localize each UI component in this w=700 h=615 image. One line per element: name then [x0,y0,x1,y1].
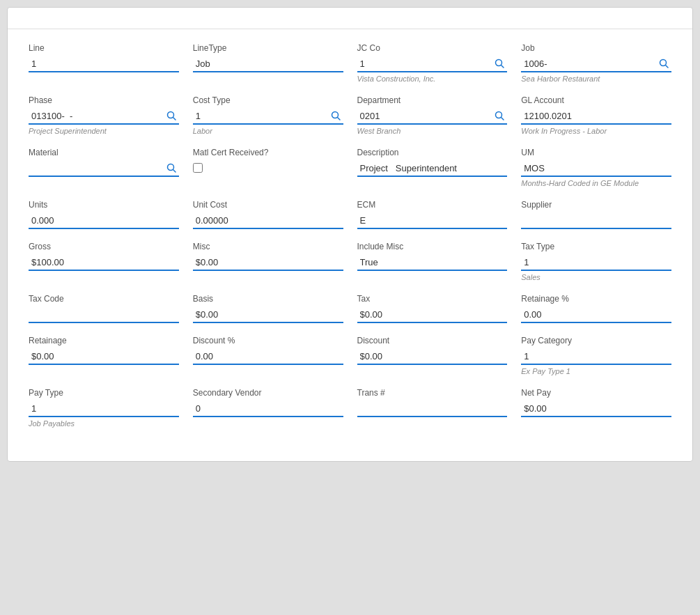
input-net-pay[interactable] [521,400,671,416]
svg-line-7 [337,118,340,120]
hint-tax-type: Sales [521,273,671,281]
label-description: Description [357,148,508,157]
field-department: Department West Branch [357,95,508,135]
field-matl-cert: Matl Cert Received? [193,148,343,173]
input-trans-num[interactable] [357,400,508,416]
field-line: Line [29,43,179,72]
input-tax[interactable] [357,306,508,322]
input-include-misc[interactable] [357,254,508,270]
input-retainage[interactable] [29,348,179,364]
label-um: UM [521,148,671,157]
label-gross: Gross [29,242,179,251]
label-units: Units [29,200,179,210]
input-wrapper-line-type [193,56,343,72]
checkbox-matl-cert[interactable] [193,163,203,173]
hint-phase: Project Superintendent [29,127,179,135]
form-body: LineLineTypeJC Co Vista Construction, In… [8,29,692,447]
checkbox-wrapper-matl-cert [193,163,343,173]
label-basis: Basis [193,294,343,304]
field-basis: Basis [193,294,343,323]
svg-line-5 [173,118,176,120]
field-um: UMMonths-Hard Coded in GE Module [521,148,671,187]
label-department: Department [357,95,508,105]
input-wrapper-description [357,160,508,177]
field-secondary-vendor: Secondary Vendor [193,388,343,417]
input-retainage-pct[interactable] [521,306,671,322]
input-wrapper-phase [29,108,179,125]
input-wrapper-secondary-vendor [193,400,343,417]
hint-job: Sea Harbor Restaurant [521,75,671,83]
input-wrapper-gl-account [521,108,671,125]
search-btn-department[interactable] [492,109,507,122]
input-wrapper-net-pay [521,400,671,417]
search-btn-phase[interactable] [164,109,179,122]
label-unit-cost: Unit Cost [193,200,343,210]
input-supplier[interactable] [521,212,671,228]
form-row-2: Material Matl Cert Received?DescriptionU… [29,148,671,187]
field-material: Material [29,148,179,177]
input-wrapper-tax-type [521,254,671,271]
input-pay-type[interactable] [29,400,179,416]
label-tax-type: Tax Type [521,242,671,251]
field-include-misc: Include Misc [357,242,508,271]
input-pay-category[interactable] [521,348,671,364]
hint-pay-category: Ex Pay Type 1 [521,367,671,375]
label-supplier: Supplier [521,200,671,210]
input-department[interactable] [357,108,492,123]
input-line-type[interactable] [193,56,343,71]
input-wrapper-gross [29,254,179,271]
search-btn-jc-co[interactable] [492,57,507,70]
search-btn-cost-type[interactable] [328,109,343,122]
label-material: Material [29,148,179,157]
label-discount-pct: Discount % [193,336,343,345]
label-line-type: LineType [193,43,343,53]
form-row-0: LineLineTypeJC Co Vista Construction, In… [29,43,671,83]
input-phase[interactable] [29,108,164,123]
input-gl-account[interactable] [521,108,671,123]
input-wrapper-um [521,160,671,177]
input-jc-co[interactable] [357,56,492,71]
input-tax-code[interactable] [29,306,179,322]
input-discount[interactable] [357,348,508,364]
input-wrapper-include-misc [357,254,508,271]
input-secondary-vendor[interactable] [193,400,343,416]
input-wrapper-unit-cost [193,212,343,229]
input-material[interactable] [29,160,164,176]
input-cost-type[interactable] [193,108,328,123]
hint-jc-co: Vista Construction, Inc. [357,75,508,83]
input-description[interactable] [357,160,508,176]
label-jc-co: JC Co [357,43,508,53]
search-btn-material[interactable] [164,162,179,174]
input-discount-pct[interactable] [193,348,343,364]
label-cost-type: Cost Type [193,95,343,105]
hint-department: West Branch [357,127,508,135]
svg-line-1 [501,65,504,68]
label-phase: Phase [29,95,179,105]
search-btn-job[interactable] [656,57,671,70]
field-units: Units [29,200,179,229]
input-wrapper-line [29,56,179,72]
hint-gl-account: Work In Progress - Labor [521,127,671,135]
input-um[interactable] [521,160,671,176]
input-basis[interactable] [193,306,343,322]
input-wrapper-tax [357,306,508,323]
label-pay-type: Pay Type [29,388,179,398]
input-wrapper-job [521,56,671,72]
field-net-pay: Net Pay [521,388,671,417]
field-gl-account: GL AccountWork In Progress - Labor [521,95,671,135]
input-tax-type[interactable] [521,254,671,270]
field-retainage-pct: Retainage % [521,294,671,323]
label-net-pay: Net Pay [521,388,671,398]
form-row-4: GrossMiscInclude MiscTax TypeSales [29,242,671,281]
input-unit-cost[interactable] [193,212,343,228]
field-phase: Phase Project Superintendent [29,95,179,135]
input-units[interactable] [29,212,179,228]
form-row-5: Tax CodeBasisTaxRetainage % [29,294,671,323]
label-misc: Misc [193,242,343,251]
input-ecm[interactable] [357,212,508,228]
input-misc[interactable] [193,254,343,270]
input-gross[interactable] [29,254,179,270]
input-job[interactable] [521,56,656,71]
input-wrapper-supplier [521,212,671,229]
input-line[interactable] [29,56,179,71]
